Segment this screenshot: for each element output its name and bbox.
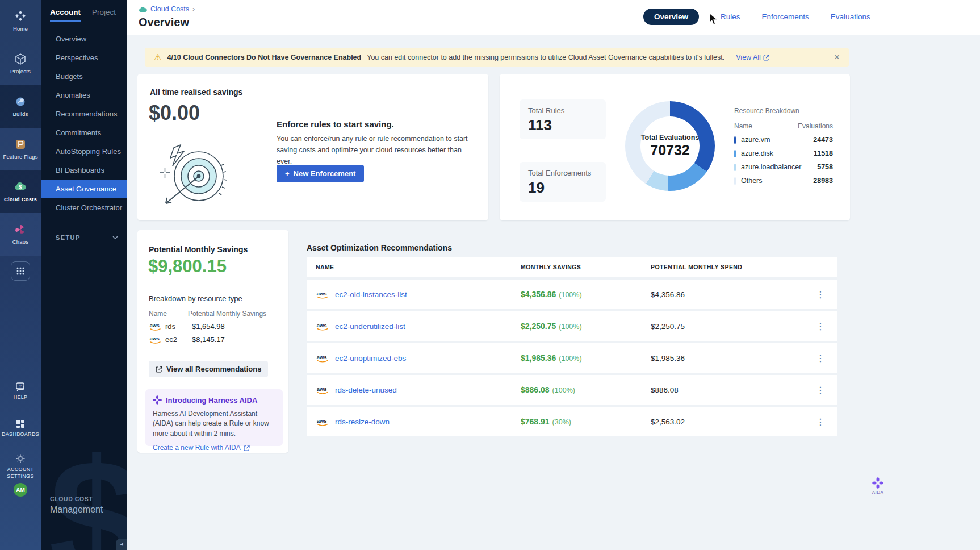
nav-footer: CLOUD COST Management — [50, 495, 103, 515]
breakdown-row: azure.disk 11518 — [734, 149, 833, 157]
total-rules-value: 113 — [528, 116, 597, 134]
module-builds[interactable]: Builds — [0, 85, 41, 128]
aida-flower-icon — [872, 477, 883, 489]
rule-link[interactable]: rds-resize-down — [335, 418, 390, 426]
module-feature-flags[interactable]: Feature Flags — [0, 128, 41, 170]
banner-message: You can edit connector to add the missin… — [367, 53, 724, 61]
resource-breakdown-title: Resource Breakdown — [734, 107, 833, 115]
breadcrumb[interactable]: Cloud Costs › — [139, 5, 195, 13]
aida-intro-panel: Introducing Harness AIDA Harness AI Deve… — [145, 389, 283, 446]
realised-savings-card: All time realised savings $0.00 — [137, 74, 488, 220]
header-tabs: Overview Rules Enforcements Evaluations — [643, 9, 870, 25]
donut-center-label: Total Evaluations — [641, 134, 700, 141]
scope-tabs: Account Project — [41, 0, 127, 22]
collapse-arrow-icon: ◀ — [120, 542, 123, 547]
tab-account[interactable]: Account — [50, 8, 81, 22]
pinwheel-icon — [14, 223, 27, 236]
kebab-menu-icon[interactable]: ⋮ — [813, 353, 828, 364]
home-icon — [14, 10, 27, 23]
account-settings-button[interactable]: ACCOUNT SETTINGS — [0, 453, 41, 480]
table-row: aws ec2-old-instances-list $4,356.86(100… — [307, 277, 837, 309]
setup-section-toggle[interactable]: SETUP — [41, 231, 127, 244]
potential-row-ec2: aws ec2 $8,145.17 — [149, 335, 277, 344]
dashboards-label: DASHBOARDS — [2, 431, 39, 437]
dashboards-button[interactable]: DASHBOARDS — [0, 419, 41, 437]
nav-item-commitments[interactable]: Commitments — [41, 123, 127, 142]
tab-overview[interactable]: Overview — [643, 9, 699, 25]
enforce-title: Enforce rules to start saving. — [277, 119, 394, 129]
view-all-link[interactable]: View All — [736, 53, 769, 61]
table-row: aws ec2-unoptimized-ebs $1,985.36(100%) … — [307, 341, 837, 373]
total-enforcements-value: 19 — [528, 179, 597, 197]
sidebar-collapse-button[interactable]: ◀ — [116, 539, 127, 550]
banner-title: 4/10 Cloud Connectors Do Not Have Govern… — [167, 53, 361, 61]
module-cloud-costs-label: Cloud Costs — [4, 196, 37, 202]
plus-icon: + — [285, 169, 290, 178]
module-chaos[interactable]: Chaos — [0, 213, 41, 256]
nav-item-asset-governance[interactable]: Asset Governance — [41, 180, 127, 198]
nav-item-cluster-orchestrator[interactable]: Cluster Orchestrator — [41, 198, 127, 217]
donut-center-value: 70732 — [650, 142, 690, 159]
nav-item-overview[interactable]: Overview — [41, 30, 127, 48]
legend-color-bar — [734, 136, 736, 144]
resource-breakdown-header: Name Evaluations — [734, 122, 833, 130]
module-cloud-costs[interactable]: $ Cloud Costs — [0, 170, 41, 213]
kebab-menu-icon[interactable]: ⋮ — [813, 385, 828, 395]
module-picker-button[interactable] — [11, 261, 30, 281]
aida-floating-widget[interactable]: AIDA — [865, 477, 890, 495]
breakdown-col-name: Name — [734, 122, 752, 130]
table-row: aws ec2-underutilized-list $2,250.75(100… — [307, 309, 837, 341]
external-link-icon — [156, 366, 162, 373]
table-row: aws rds-resize-down $768.91(30%) $2,563.… — [307, 405, 837, 436]
new-enforcement-button[interactable]: + New Enforcement — [277, 165, 364, 182]
grid-dots-icon — [16, 266, 25, 276]
footer-line2: Management — [50, 505, 103, 515]
kebab-menu-icon[interactable]: ⋮ — [813, 416, 828, 427]
help-button[interactable]: ? HELP — [0, 382, 41, 400]
rule-link[interactable]: ec2-unoptimized-ebs — [335, 354, 406, 363]
nav-item-anomalies[interactable]: Anomalies — [41, 86, 127, 105]
kebab-menu-icon[interactable]: ⋮ — [813, 289, 828, 300]
aws-icon: aws — [316, 353, 329, 363]
rule-link[interactable]: rds-delete-unused — [335, 386, 397, 394]
banner-close-icon[interactable]: × — [834, 52, 840, 63]
page-header: Cloud Costs › Overview Overview Rules En… — [127, 0, 980, 35]
breakdown-row: azure.vm 24473 — [734, 136, 833, 144]
table-row: aws rds-delete-unused $886.08(100%) $886… — [307, 373, 837, 405]
rule-link[interactable]: ec2-underutilized-list — [335, 322, 405, 331]
aws-icon: aws — [316, 417, 329, 426]
potential-col-name: Name — [149, 310, 167, 318]
total-rules-box: Total Rules 113 — [520, 99, 606, 139]
potential-savings-amount: $9,800.15 — [148, 256, 227, 277]
nav-item-budgets[interactable]: Budgets — [41, 67, 127, 86]
account-settings-label: ACCOUNT SETTINGS — [3, 466, 37, 480]
nav-item-autostopping-rules[interactable]: AutoStopping Rules — [41, 142, 127, 161]
potential-table-header: Name Potential Monthly Savings — [149, 310, 277, 318]
kebab-menu-icon[interactable]: ⋮ — [813, 321, 828, 332]
rule-link[interactable]: ec2-old-instances-list — [335, 290, 407, 299]
tab-rules[interactable]: Rules — [721, 13, 740, 21]
tab-project[interactable]: Project — [92, 8, 116, 22]
legend-color-bar — [734, 150, 736, 157]
module-chaos-label: Chaos — [12, 239, 28, 245]
aws-icon: aws — [149, 322, 162, 331]
module-projects[interactable]: Projects — [0, 43, 41, 85]
page-title: Overview — [139, 16, 189, 29]
resource-breakdown: Resource Breakdown Name Evaluations azur… — [734, 107, 833, 185]
svg-text:aws: aws — [317, 322, 327, 328]
svg-text:aws: aws — [150, 336, 160, 341]
tab-evaluations[interactable]: Evaluations — [831, 13, 870, 21]
nav-item-bi-dashboards[interactable]: BI Dashboards — [41, 161, 127, 180]
user-avatar[interactable]: AM — [14, 483, 27, 497]
builds-icon — [14, 95, 27, 108]
create-rule-with-aida-link[interactable]: Create a new Rule with AIDA — [153, 444, 277, 452]
tab-enforcements[interactable]: Enforcements — [762, 13, 809, 21]
total-rules-label: Total Rules — [528, 106, 597, 115]
breadcrumb-separator: › — [192, 5, 195, 13]
nav-item-perspectives[interactable]: Perspectives — [41, 48, 127, 67]
module-home[interactable]: Home — [0, 0, 41, 43]
col-potential-monthly-spend: POTENTIAL MONTHLY SPEND — [651, 264, 793, 270]
view-all-recommendations-button[interactable]: View all Recommendations — [149, 361, 268, 377]
nav-item-recommendations[interactable]: Recommendations — [41, 105, 127, 123]
cloud-icon — [139, 6, 147, 13]
